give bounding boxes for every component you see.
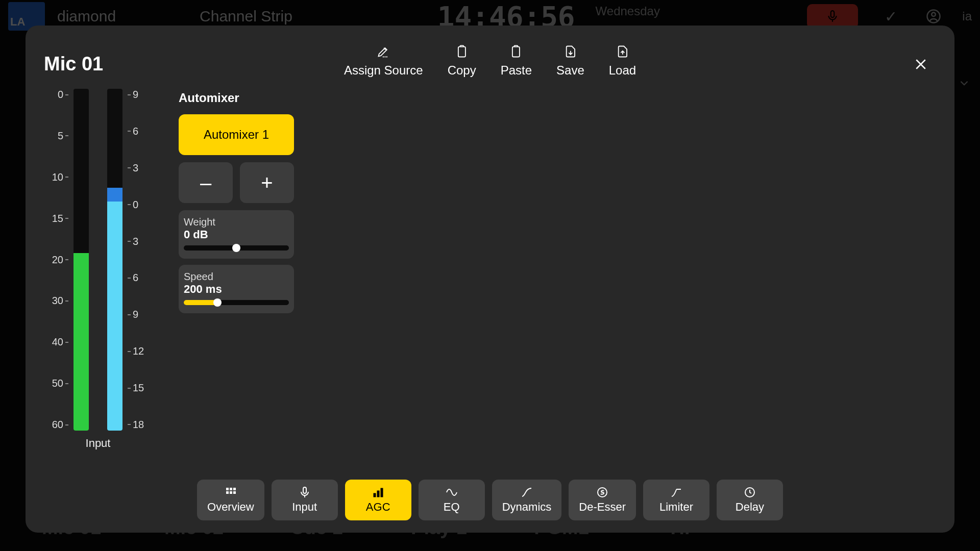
assign-source-button[interactable]: Assign Source (344, 44, 423, 78)
meter-scale-left: 0 5 10 15 20 30 40 50 60 (52, 89, 74, 431)
limiter-icon (669, 486, 683, 498)
tab-eq[interactable]: EQ (419, 480, 485, 520)
weight-slider[interactable]: Weight 0 dB (179, 210, 294, 259)
channel-modal: Mic 01 Assign Source Copy Paste (26, 26, 954, 533)
svg-rect-11 (303, 487, 306, 493)
tab-label: Limiter (659, 500, 693, 514)
grid-icon (224, 486, 238, 498)
tab-label: AGC (366, 500, 390, 514)
save-button[interactable]: Save (556, 44, 584, 78)
svg-rect-7 (233, 488, 236, 490)
tab-dynamics[interactable]: Dynamics (492, 480, 562, 520)
tool-label: Load (609, 63, 636, 78)
tool-label: Save (556, 63, 584, 78)
clipboard-icon (454, 44, 470, 59)
automixer-title: Automixer (179, 91, 294, 105)
speed-slider[interactable]: Speed 200 ms (179, 265, 294, 313)
slider-label: Speed (184, 271, 289, 283)
meter-scale-right: 9 6 3 0 3 6 9 12 15 18 (122, 89, 144, 431)
user-icon[interactable] (923, 9, 944, 24)
paste-button[interactable]: Paste (501, 44, 532, 78)
tab-label: Delay (736, 500, 764, 514)
svg-rect-6 (230, 488, 232, 490)
record-button[interactable] (807, 4, 858, 29)
tool-label: Assign Source (344, 63, 423, 78)
pencil-icon (376, 44, 391, 59)
load-icon (615, 44, 630, 59)
clock-icon (743, 486, 757, 498)
save-icon (562, 44, 578, 59)
automixer-plus-button[interactable]: + (240, 162, 294, 203)
svg-rect-4 (512, 47, 520, 57)
load-button[interactable]: Load (609, 44, 636, 78)
slider-label: Weight (184, 216, 289, 228)
tab-label: Overview (207, 500, 254, 514)
ia-label: ia (962, 9, 972, 23)
mic-icon (826, 10, 839, 23)
de-esser-icon (595, 486, 609, 498)
svg-rect-3 (458, 47, 465, 57)
tab-delay[interactable]: Delay (717, 480, 783, 520)
tab-label: De-Esser (579, 500, 626, 514)
svg-rect-13 (377, 491, 379, 497)
modal-body: 0 5 10 15 20 30 40 50 60 (38, 76, 942, 473)
svg-point-2 (932, 13, 936, 17)
close-button[interactable] (910, 53, 932, 76)
automixer-panel: Automixer Automixer 1 – + Weight 0 dB Sp… (150, 89, 294, 473)
section-title: Channel Strip (200, 8, 292, 25)
tab-de-esser[interactable]: De-Esser (569, 480, 636, 520)
meter-label: Input (86, 437, 111, 450)
automixer-minus-button[interactable]: – (179, 162, 233, 203)
slider-value: 200 ms (184, 283, 289, 296)
chevron-down-icon[interactable] (958, 77, 971, 92)
tab-label: Input (292, 500, 317, 514)
tab-limiter[interactable]: Limiter (643, 480, 709, 520)
svg-rect-5 (226, 488, 229, 490)
meter-bar-gain (107, 89, 122, 431)
confirm-icon[interactable]: ✓ (880, 8, 901, 26)
tab-overview[interactable]: Overview (197, 480, 264, 520)
wave-icon (445, 486, 459, 498)
copy-button[interactable]: Copy (448, 44, 476, 78)
tab-label: EQ (444, 500, 460, 514)
tab-agc[interactable]: AGC (345, 480, 411, 520)
bottom-tabbar: Overview Input AGC EQ Dynamics (38, 473, 942, 520)
clipboard-paste-icon (508, 44, 524, 59)
day-label: Wednesday (596, 0, 660, 18)
tool-label: Paste (501, 63, 532, 78)
channel-title: Mic 01 (38, 44, 103, 75)
svg-rect-0 (831, 11, 835, 17)
mic-icon (298, 486, 312, 498)
tool-label: Copy (448, 63, 476, 78)
svg-rect-12 (374, 493, 376, 497)
app-name: diamond (57, 8, 116, 25)
close-icon (913, 57, 928, 72)
automixer-select-button[interactable]: Automixer 1 (179, 114, 294, 155)
meter-bar-input (74, 89, 89, 431)
svg-rect-9 (230, 491, 232, 494)
modal-toolbar: Assign Source Copy Paste Save (344, 44, 636, 78)
modal-header: Mic 01 Assign Source Copy Paste (38, 44, 942, 76)
svg-rect-10 (233, 491, 236, 494)
tab-input[interactable]: Input (272, 480, 338, 520)
tab-label: Dynamics (502, 500, 552, 514)
slider-value: 0 dB (184, 228, 289, 241)
svg-rect-14 (381, 488, 383, 497)
svg-rect-8 (226, 491, 229, 494)
curve-icon (520, 486, 534, 498)
input-meters: 0 5 10 15 20 30 40 50 60 (38, 89, 150, 473)
bars-icon (371, 486, 385, 498)
